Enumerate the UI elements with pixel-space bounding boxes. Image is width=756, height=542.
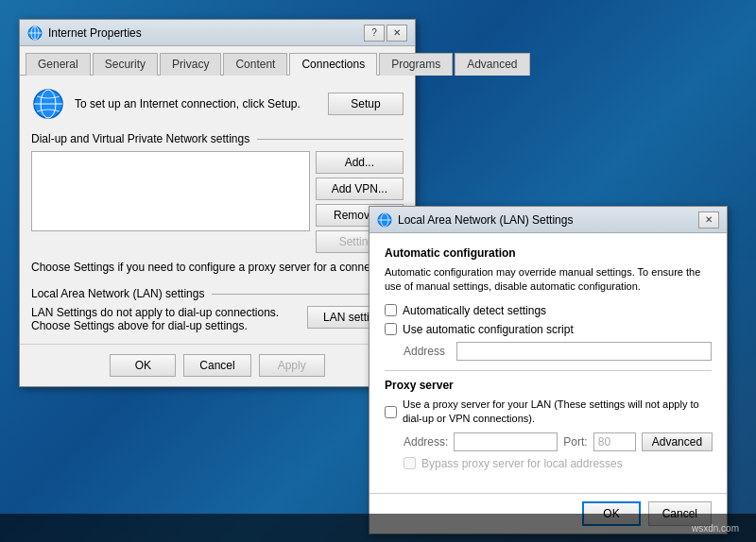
setup-row: To set up an Internet connection, click …	[31, 87, 404, 121]
lan-section: Local Area Network (LAN) settings LAN Se…	[31, 287, 404, 332]
lan-content: Automatic configuration Automatic config…	[369, 233, 727, 493]
cancel-button[interactable]: Cancel	[183, 354, 250, 377]
connections-content: To set up an Internet connection, click …	[20, 76, 415, 344]
auto-address-label: Address	[404, 345, 451, 358]
close-button[interactable]: ✕	[387, 25, 407, 42]
tab-bar: General Security Privacy Content Connect…	[20, 46, 415, 76]
auto-address-row: Address	[385, 342, 712, 361]
dialup-list[interactable]	[31, 151, 310, 231]
lan-settings-title: Local Area Network (LAN) Settings	[398, 213, 698, 227]
use-proxy-row: Use a proxy server for your LAN (These s…	[385, 398, 712, 427]
add-vpn-button[interactable]: Add VPN...	[316, 178, 404, 200]
lan-section-label: Local Area Network (LAN) settings	[31, 287, 404, 300]
auto-script-row: Use automatic configuration script	[385, 323, 712, 336]
proxy-server-title: Proxy server	[385, 379, 712, 392]
lan-close-button[interactable]: ✕	[698, 212, 719, 229]
bypass-label: Bypass proxy server for local addresses	[421, 457, 623, 470]
lan-settings-titlebar: Local Area Network (LAN) Settings ✕	[369, 207, 727, 233]
internet-props-title: Internet Properties	[48, 26, 364, 40]
advanced-button[interactable]: Advanced	[642, 432, 713, 451]
lan-description: LAN Settings do not apply to dial-up con…	[31, 306, 298, 332]
help-button[interactable]: ?	[364, 25, 385, 42]
globe-icon	[31, 87, 65, 121]
tab-programs[interactable]: Programs	[379, 53, 453, 76]
auto-config-desc: Automatic configuration may override man…	[385, 265, 712, 295]
port-label: Port:	[563, 435, 587, 449]
auto-detect-checkbox[interactable]	[385, 304, 397, 316]
internet-props-titlebar: Internet Properties ? ✕	[20, 20, 415, 46]
use-proxy-label: Use a proxy server for your LAN (These s…	[403, 398, 712, 427]
auto-detect-row: Automatically detect settings	[385, 304, 712, 317]
auto-config-title: Automatic configuration	[385, 246, 712, 260]
proxy-description: Choose Settings if you need to configure…	[31, 261, 404, 274]
internet-properties-dialog: Internet Properties ? ✕ General Security…	[19, 19, 416, 387]
apply-button[interactable]: Apply	[259, 354, 325, 377]
tab-privacy[interactable]: Privacy	[160, 53, 221, 76]
lan-settings-icon	[377, 212, 392, 228]
tab-advanced[interactable]: Advanced	[455, 53, 529, 76]
bypass-row: Bypass proxy server for local addresses	[385, 457, 712, 470]
dialup-panel: Add... Add VPN... Remove... Settings	[31, 151, 404, 253]
setup-description: To set up an Internet connection, click …	[75, 97, 318, 110]
auto-script-checkbox[interactable]	[385, 323, 397, 335]
internet-props-footer: OK Cancel Apply	[20, 344, 415, 386]
tab-content[interactable]: Content	[223, 53, 287, 76]
taskbar-text: wsxdn.com	[692, 523, 739, 534]
proxy-addr-row: Address: Port: Advanced	[385, 432, 712, 451]
auto-detect-label: Automatically detect settings	[403, 304, 546, 317]
proxy-address-label: Address:	[404, 435, 448, 449]
bypass-checkbox[interactable]	[404, 457, 416, 469]
proxy-address-input[interactable]	[454, 432, 558, 451]
tab-security[interactable]: Security	[93, 53, 158, 76]
lan-window-controls: ✕	[698, 212, 719, 229]
add-button[interactable]: Add...	[316, 151, 404, 174]
tab-connections[interactable]: Connections	[289, 53, 377, 76]
port-input[interactable]	[593, 432, 636, 451]
use-proxy-checkbox[interactable]	[385, 406, 397, 418]
tab-general[interactable]: General	[26, 53, 91, 76]
lan-settings-dialog: Local Area Network (LAN) Settings ✕ Auto…	[369, 206, 728, 534]
setup-button[interactable]: Setup	[328, 93, 404, 115]
ok-button[interactable]: OK	[110, 354, 176, 377]
window-controls: ? ✕	[364, 25, 407, 42]
lan-row: LAN Settings do not apply to dial-up con…	[31, 306, 404, 332]
dialup-section-label: Dial-up and Virtual Private Network sett…	[31, 132, 404, 145]
auto-address-input[interactable]	[456, 342, 712, 361]
auto-script-label: Use automatic configuration script	[403, 323, 574, 336]
taskbar: wsxdn.com	[0, 514, 756, 542]
internet-props-icon	[27, 25, 43, 41]
